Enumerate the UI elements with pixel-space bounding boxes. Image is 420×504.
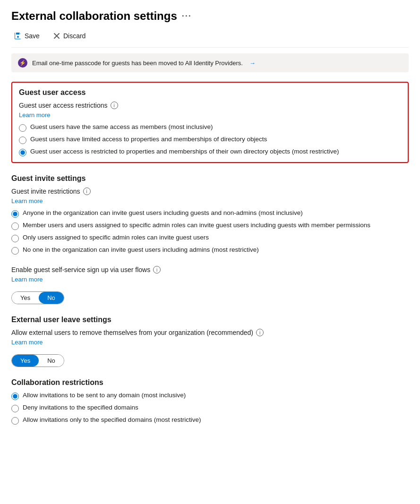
guest-self-service-info-icon[interactable]: i [153, 266, 161, 273]
external-leave-label: Allow external users to remove themselve… [11, 329, 409, 336]
collaboration-restrictions-radio-group: Allow invitations to be sent to any doma… [11, 392, 409, 425]
collab-option-1[interactable]: Allow invitations to be sent to any doma… [11, 392, 409, 400]
guest-invite-info-icon[interactable]: i [83, 188, 91, 195]
guest-invite-settings-title: Guest invite settings [11, 174, 409, 183]
guest-self-service-toggle: Yes No [11, 291, 64, 304]
banner: ⚡ Email one-time passcode for guests has… [11, 53, 409, 72]
external-leave-info-icon[interactable]: i [256, 329, 264, 336]
guest-self-service-label: Enable guest self-service sign up via us… [11, 266, 409, 273]
banner-icon: ⚡ [18, 58, 27, 68]
toolbar: Save Discard [11, 30, 409, 48]
save-button[interactable]: Save [11, 30, 43, 42]
guest-user-access-option-1-label: Guest users have the same access as memb… [30, 123, 213, 130]
discard-icon [53, 32, 60, 40]
collaboration-restrictions-section: Collaboration restrictions Allow invitat… [11, 378, 409, 425]
external-leave-title: External user leave settings [11, 316, 409, 324]
guest-invite-option-3[interactable]: Only users assigned to specific admin ro… [11, 234, 409, 242]
guest-invite-learn-more[interactable]: Learn more [11, 197, 43, 205]
collaboration-restrictions-title: Collaboration restrictions [11, 378, 409, 387]
guest-invite-restrictions-label: Guest invite restrictions i [11, 188, 409, 195]
guest-user-access-label: Guest user access restrictions i [19, 102, 401, 109]
collab-radio-3[interactable] [11, 417, 19, 425]
guest-user-access-radio-1[interactable] [19, 124, 26, 132]
guest-invite-radio-4[interactable] [11, 247, 19, 255]
external-leave-learn-more[interactable]: Learn more [11, 339, 43, 346]
discard-button[interactable]: Discard [50, 30, 88, 42]
guest-self-service-no-button[interactable]: No [39, 292, 64, 304]
guest-user-access-info-icon[interactable]: i [111, 102, 118, 109]
collab-option-3[interactable]: Allow invitations only to the specified … [11, 416, 409, 425]
collab-option-3-label: Allow invitations only to the specified … [23, 416, 201, 423]
guest-self-service-section: Enable guest self-service sign up via us… [11, 266, 409, 304]
guest-self-service-learn-more[interactable]: Learn more [11, 276, 43, 283]
guest-user-access-radio-2[interactable] [19, 137, 26, 144]
external-leave-section: External user leave settings Allow exter… [11, 316, 409, 367]
guest-user-access-option-1[interactable]: Guest users have the same access as memb… [19, 123, 401, 132]
guest-self-service-yes-button[interactable]: Yes [12, 292, 39, 304]
guest-invite-option-1[interactable]: Anyone in the organization can invite gu… [11, 209, 409, 218]
guest-invite-option-1-label: Anyone in the organization can invite gu… [23, 209, 303, 216]
save-label: Save [25, 32, 40, 40]
guest-user-access-option-2-label: Guest users have limited access to prope… [30, 136, 267, 143]
ellipsis-menu[interactable]: ··· [182, 11, 192, 21]
guest-invite-option-2[interactable]: Member users and users assigned to speci… [11, 222, 409, 230]
collab-option-2-label: Deny invitations to the specified domain… [23, 404, 138, 411]
external-leave-yes-button[interactable]: Yes [12, 355, 39, 367]
guest-user-access-title: Guest user access [19, 88, 401, 97]
guest-user-access-option-3[interactable]: Guest user access is restricted to prope… [19, 148, 401, 156]
guest-user-access-learn-more[interactable]: Learn more [19, 111, 50, 119]
collab-option-1-label: Allow invitations to be sent to any doma… [23, 392, 186, 399]
page-title: External collaboration settings [11, 9, 177, 23]
guest-invite-radio-2[interactable] [11, 222, 19, 230]
save-icon [14, 32, 22, 40]
guest-user-access-section: Guest user access Guest user access rest… [11, 82, 409, 163]
guest-user-access-option-2[interactable]: Guest users have limited access to prope… [19, 136, 401, 144]
collab-option-2[interactable]: Deny invitations to the specified domain… [11, 404, 409, 412]
guest-user-access-option-3-label: Guest user access is restricted to prope… [30, 148, 339, 155]
guest-user-access-radio-3[interactable] [19, 149, 26, 156]
external-leave-no-button[interactable]: No [39, 355, 64, 367]
guest-invite-option-3-label: Only users assigned to specific admin ro… [23, 234, 209, 241]
guest-invite-radio-3[interactable] [11, 235, 19, 242]
guest-invite-option-2-label: Member users and users assigned to speci… [23, 222, 370, 229]
guest-invite-settings-section: Guest invite settings Guest invite restr… [11, 174, 409, 255]
guest-invite-radio-1[interactable] [11, 210, 19, 218]
collab-radio-2[interactable] [11, 405, 19, 412]
banner-arrow[interactable]: → [249, 60, 256, 67]
external-leave-toggle: Yes No [11, 354, 64, 367]
guest-invite-radio-group: Anyone in the organization can invite gu… [11, 209, 409, 255]
guest-invite-option-4[interactable]: No one in the organization can invite gu… [11, 246, 409, 255]
banner-text: Email one-time passcode for guests has b… [32, 60, 243, 67]
guest-user-access-radio-group: Guest users have the same access as memb… [19, 123, 401, 156]
collab-radio-1[interactable] [11, 393, 19, 400]
discard-label: Discard [63, 32, 86, 40]
guest-invite-option-4-label: No one in the organization can invite gu… [23, 246, 259, 253]
